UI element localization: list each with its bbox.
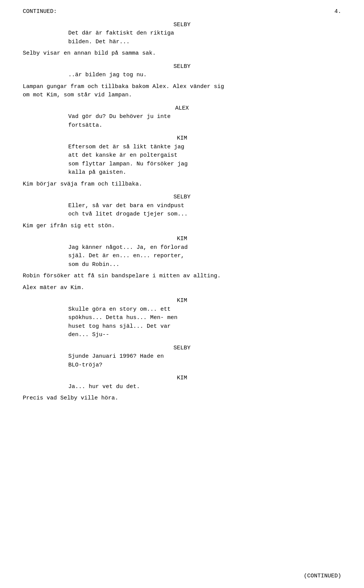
character-name: SELBY: [23, 193, 341, 202]
dialogue-text: Ja... hur vet du det.: [68, 383, 296, 391]
action-line: Selby visar en annan bild på samma sak.: [23, 49, 341, 58]
dialogue-text: Eller, så var det bara en vindpust och t…: [68, 202, 296, 219]
page-number: 4.: [334, 8, 341, 16]
character-name: ALEX: [23, 104, 341, 113]
action-line: Lampan gungar fram och tillbaka bakom Al…: [23, 83, 341, 100]
character-name: KIM: [23, 134, 341, 143]
character-name: KIM: [23, 374, 341, 383]
dialogue-text: Jag känner något... Ja, en förlorad själ…: [68, 244, 296, 269]
continued-header-label: CONTINUED:: [23, 8, 57, 16]
screenplay-page: CONTINUED: 4. SELBYDet där är faktiskt d…: [0, 0, 364, 588]
character-name: SELBY: [23, 344, 341, 353]
character-name: SELBY: [23, 63, 341, 71]
action-line: Kim börjar sväja fram och tillbaka.: [23, 180, 341, 189]
action-line: Alex mäter av Kim.: [23, 284, 341, 292]
action-line: Robin försöker att få sin bandspelare i …: [23, 272, 341, 281]
character-name: SELBY: [23, 21, 341, 30]
character-name: KIM: [23, 235, 341, 244]
dialogue-text: ..är bilden jag tog nu.: [68, 71, 296, 80]
dialogue-text: Eftersom det är så likt tänkte jag att d…: [68, 143, 296, 177]
page-footer: (CONTINUED): [304, 572, 341, 581]
continued-footer-label: (CONTINUED): [304, 573, 341, 579]
dialogue-text: Vad gör du? Du behöver ju inte fortsätta…: [68, 113, 296, 130]
character-name: KIM: [23, 297, 341, 305]
dialogue-text: Sjunde Januari 1996? Hade en BLO-tröja?: [68, 352, 296, 369]
page-header: CONTINUED: 4.: [23, 8, 341, 16]
dialogue-text: Det där är faktiskt den riktiga bilden. …: [68, 29, 296, 46]
action-line: Kim ger ifrån sig ett stön.: [23, 222, 341, 231]
dialogue-text: Skulle göra en story om... ett spökhus..…: [68, 305, 296, 340]
action-line: Precis vad Selby ville höra.: [23, 394, 341, 403]
screenplay-content: SELBYDet där är faktiskt den riktiga bil…: [23, 21, 341, 403]
